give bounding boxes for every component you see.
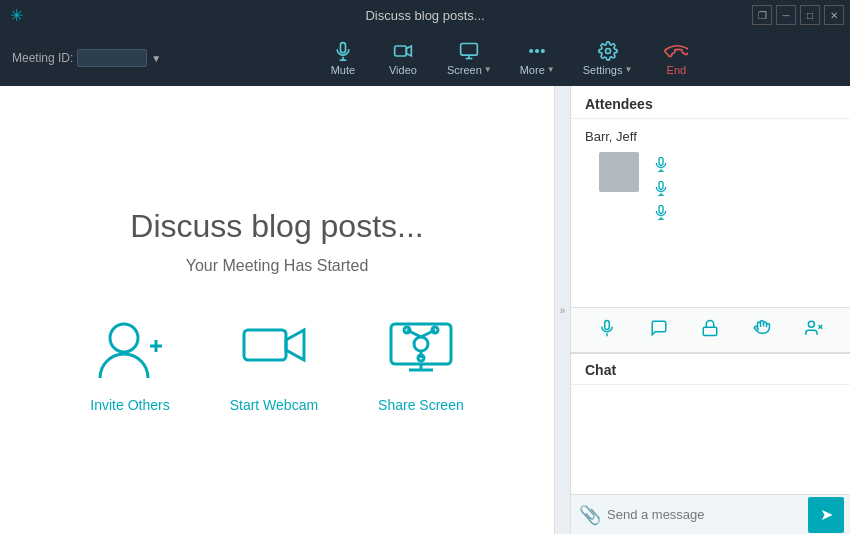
attendees-section: Attendees Barr, Jeff [571,86,850,354]
app-logo: ✳ [10,6,23,25]
svg-point-11 [605,48,610,53]
chat-input[interactable] [607,507,802,522]
meeting-id-label: Meeting ID: [12,51,73,65]
meeting-id-dropdown[interactable]: ▼ [151,53,161,64]
share-screen-icon [386,315,456,385]
toolbar-more[interactable]: More ▼ [506,37,569,80]
invite-others-button[interactable]: Invite Others [90,315,169,413]
attendee-list: Barr, Jeff [571,119,850,307]
settings-icon [597,41,619,61]
end-call-icon [664,41,688,61]
collapse-handle[interactable]: » [554,86,570,534]
window-title: Discuss blog posts... [365,8,484,23]
share-screen-button[interactable]: Share Screen [378,315,464,413]
main-layout: Discuss blog posts... Your Meeting Has S… [0,86,850,534]
settings-label: Settings ▼ [583,64,633,76]
webcam-label: Start Webcam [230,397,318,413]
attendees-header: Attendees [571,86,850,119]
screen-icon [458,41,480,61]
chat-icon[interactable] [644,315,674,345]
mic-icon-3 [653,204,669,220]
svg-point-9 [536,49,539,52]
invite-icon [95,315,165,385]
end-label: End [667,64,687,76]
attach-icon[interactable]: 📎 [579,504,601,526]
attendee-toolbar [571,307,850,353]
mic-list [653,148,669,228]
screen-label: Screen ▼ [447,64,492,76]
svg-rect-0 [340,42,345,52]
meeting-id-input[interactable] [77,49,147,67]
svg-marker-4 [406,46,411,56]
svg-point-20 [414,337,428,351]
restore-button[interactable]: □ [800,5,820,25]
lock-icon[interactable] [695,315,725,345]
meeting-subtitle: Your Meeting Has Started [186,257,369,275]
webcam-icon [239,315,309,385]
window-controls: ❐ ─ □ ✕ [752,5,844,25]
toolbar-screen[interactable]: Screen ▼ [433,37,506,80]
minimize-button[interactable]: ─ [776,5,796,25]
svg-rect-5 [461,43,478,55]
action-buttons: Invite Others Start Webcam [90,315,463,413]
video-label: Video [389,64,417,76]
share-screen-label: Share Screen [378,397,464,413]
meeting-title: Discuss blog posts... [130,208,423,245]
svg-rect-33 [659,205,663,213]
right-panel: Attendees Barr, Jeff [570,86,850,534]
svg-point-39 [808,321,814,327]
collapse-icon: » [560,305,566,316]
svg-rect-27 [659,157,663,165]
mic-icon-1 [653,156,669,172]
mic-icon-2 [653,180,669,196]
video-icon [392,41,414,61]
close-button[interactable]: ✕ [824,5,844,25]
attendee-name: Barr, Jeff [585,129,637,144]
svg-rect-3 [395,46,407,56]
svg-rect-36 [605,321,610,330]
svg-rect-15 [244,330,286,360]
mute-label: Mute [331,64,355,76]
svg-point-8 [530,49,533,52]
microphone-icon [333,41,353,61]
svg-rect-30 [659,181,663,189]
left-panel: Discuss blog posts... Your Meeting Has S… [0,86,554,534]
toolbar-settings[interactable]: Settings ▼ [569,37,647,80]
maximize-button[interactable]: ❐ [752,5,772,25]
table-row: Barr, Jeff [571,125,850,148]
chat-body [571,385,850,494]
more-label: More ▼ [520,64,555,76]
mute-all-icon[interactable] [592,315,622,345]
chat-header: Chat [571,354,850,385]
more-icon [526,41,548,61]
svg-rect-38 [704,327,718,335]
toolbar: Meeting ID: ▼ Mute Video [0,30,850,86]
start-webcam-button[interactable]: Start Webcam [230,315,318,413]
title-bar: ✳ Discuss blog posts... ❐ ─ □ ✕ [0,0,850,30]
hand-raise-icon[interactable] [747,315,777,345]
toolbar-items: Mute Video Screen ▼ Mor [181,37,838,80]
send-button[interactable]: ➤ [808,497,844,533]
svg-point-10 [542,49,545,52]
invite-label: Invite Others [90,397,169,413]
svg-point-12 [110,324,138,352]
chat-section: Chat 📎 ➤ [571,354,850,534]
chat-input-bar: 📎 ➤ [571,494,850,534]
svg-marker-16 [286,330,304,360]
toolbar-video[interactable]: Video [373,37,433,80]
meeting-id-section: Meeting ID: ▼ [12,49,161,67]
toolbar-end[interactable]: End [646,37,706,80]
toolbar-mute[interactable]: Mute [313,37,373,80]
avatar [599,152,639,192]
remove-user-icon[interactable] [799,315,829,345]
